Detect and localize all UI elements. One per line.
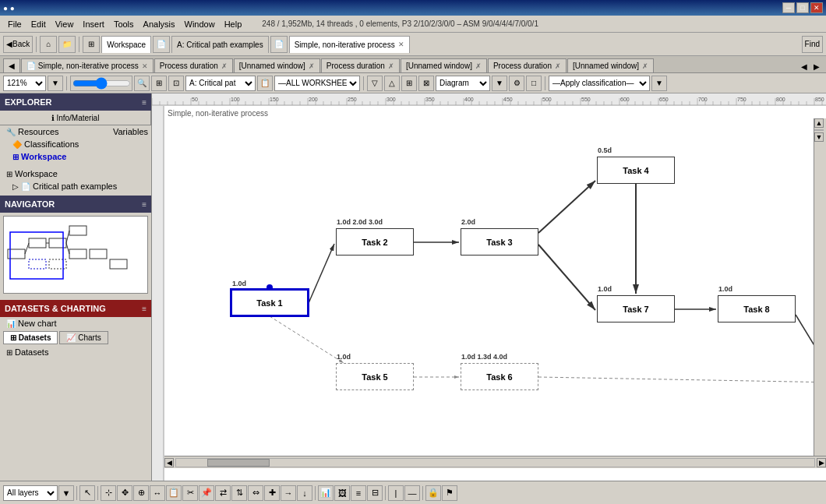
grid-view-btn2[interactable]: ⊡ [168,76,184,91]
process-tab[interactable]: Simple, non-iterative process ✕ [289,36,410,53]
zoom-range[interactable] [72,79,131,88]
variables-tab[interactable]: Variables [108,127,148,136]
scroll-down-btn[interactable]: ▼ [814,132,824,142]
file-button[interactable]: 📄 [153,36,170,53]
gear-icon[interactable]: ⚙ [509,76,524,91]
critical-path-tab[interactable]: A: Critical path examples [171,36,269,53]
task2-box[interactable]: Task 2 1.0d 2.0d 3.0d [336,228,414,256]
tab-doc[interactable]: 📄 Simple, non-iterative process ✕ [21,58,154,72]
small-icon[interactable]: □ [526,76,542,91]
tab-process-dur-1[interactable]: Process duration ✗ [154,58,233,72]
plus-tool[interactable]: ✚ [264,485,280,501]
scroll-track-v[interactable] [814,129,824,131]
workspace-tab[interactable]: Workspace [101,36,151,53]
menu-window[interactable]: Window [180,18,220,30]
tab-unnamed-3[interactable]: [Unnamed window] ✗ [567,58,654,72]
info-material-tab[interactable]: ℹ Info/Material [0,111,151,125]
grid-view-btn[interactable]: ⊞ [151,76,167,91]
paste-tool[interactable]: 📌 [199,485,214,501]
menu-help[interactable]: Help [220,18,247,30]
task1-box[interactable]: Task 1 1.0d [231,289,309,316]
tab-process-dur-3[interactable]: Process duration ✗ [488,58,567,72]
menu-insert[interactable]: Insert [78,18,109,30]
tab-unnamed-2[interactable]: [Unnamed window] ✗ [401,58,487,72]
datasets-menu-btn[interactable]: ≡ [142,305,146,313]
classify-select[interactable]: —Apply classification— [549,76,650,91]
classifications-item[interactable]: 🔶 Classifications [0,138,151,150]
close-button[interactable]: ✕ [810,2,823,13]
search-icon[interactable]: 🔍 [134,76,150,91]
select-tool3[interactable]: ⊕ [133,485,149,501]
minimize-button[interactable]: ─ [782,2,795,13]
back-button[interactable]: ◀ Back [3,36,33,53]
select-tool4[interactable]: ↔ [150,485,165,501]
datasets-tab[interactable]: ⊞ Datasets [3,331,58,344]
cursor-tool[interactable]: ↖ [79,485,95,501]
chart-tool[interactable]: 📊 [318,485,334,501]
edit-tool[interactable]: 📋 [166,485,182,501]
workspace-root-item[interactable]: ⊞ Workspace [0,167,151,180]
menu-tools[interactable]: Tools [109,18,139,30]
menu-file[interactable]: File [3,18,26,30]
folder-button[interactable]: 📁 [58,36,76,53]
menu-edit[interactable]: Edit [26,18,51,30]
charts-tab[interactable]: 📈 Charts [59,331,108,344]
new-chart-item[interactable]: 📊 New chart [0,317,151,330]
move-tool[interactable]: ⇄ [215,485,231,501]
cut-tool[interactable]: ✂ [182,485,198,501]
view-icon[interactable]: 📋 [257,76,273,91]
diagram-select[interactable]: Diagram [436,76,490,91]
scroll-up-btn[interactable]: ▲ [814,118,824,128]
navigator-menu-btn[interactable]: ≡ [142,200,146,209]
tab-process-dur-2[interactable]: Process duration ✗ [321,58,400,72]
up-btn[interactable]: △ [384,76,400,91]
lock-tool[interactable]: 🔒 [425,485,441,501]
img-tool[interactable]: 🖼 [334,485,350,501]
layers-select[interactable]: All layers [3,485,58,501]
scroll-left-btn[interactable]: ◀ [164,458,174,467]
align-tool2[interactable]: ⊟ [367,485,383,501]
scroll-right-btn[interactable]: ▶ [817,458,826,467]
icons-btn2[interactable]: ⊠ [418,76,434,91]
scroll-thumb-h[interactable] [207,459,270,467]
split-tool[interactable]: ⇔ [248,485,263,501]
diagram-dropdown[interactable]: ▼ [492,76,507,91]
task3-box[interactable]: Task 3 2.0d [461,228,538,256]
task5-box[interactable]: Task 5 1.0d [336,363,414,390]
move-tool2[interactable]: ⇅ [231,485,247,501]
worksheet-select[interactable]: —ALL WORKSHEET— [274,76,360,91]
icons-btn[interactable]: ⊞ [401,76,417,91]
home-button[interactable]: ⌂ [40,36,57,53]
view-select[interactable]: A: Critical pat [185,76,256,91]
zoom-slider[interactable] [70,76,132,91]
vertical-tool[interactable]: | [388,485,404,501]
explorer-menu-btn[interactable]: ≡ [142,98,146,107]
select-tool[interactable]: ⊹ [101,485,116,501]
vertical-scrollbar[interactable]: ▲ ▼ [814,118,826,456]
workspace-item[interactable]: ⊞ Workspace [0,150,151,163]
align-tool[interactable]: ≡ [351,485,366,501]
process-button[interactable]: 📄 [270,36,288,53]
task4-box[interactable]: Task 4 0.5d [597,157,675,184]
task7-box[interactable]: Task 7 1.0d [597,295,675,322]
resources-item[interactable]: 🔧 Resources Variables [0,125,151,138]
tab-unnamed-1[interactable]: [Unnamed window] ✗ [234,58,320,72]
scroll-track-h[interactable] [175,458,815,467]
tab-nav-left[interactable]: ◀ [798,60,810,72]
grid-button[interactable]: ⊞ [83,36,100,53]
menu-view[interactable]: View [51,18,79,30]
down-tool[interactable]: ↓ [297,485,312,501]
task6-box[interactable]: Task 6 1.0d 1.3d 4.0d [461,363,538,390]
tab-nav-right[interactable]: ▶ [810,60,823,72]
critical-path-item[interactable]: ▷ 📄 Critical path examples [0,180,151,192]
tab-back[interactable]: ◀ [3,58,20,72]
arrow-tool[interactable]: → [281,485,296,501]
zoom-select[interactable]: 121% [3,76,46,91]
flag-tool[interactable]: ⚑ [442,485,457,501]
minus-tool[interactable]: — [404,485,420,501]
filter-btn[interactable]: ▽ [367,76,383,91]
maximize-button[interactable]: □ [796,2,809,13]
select-tool2[interactable]: ✥ [117,485,132,501]
navigator-preview[interactable] [3,216,148,294]
classify-dropdown[interactable]: ▼ [651,76,667,91]
